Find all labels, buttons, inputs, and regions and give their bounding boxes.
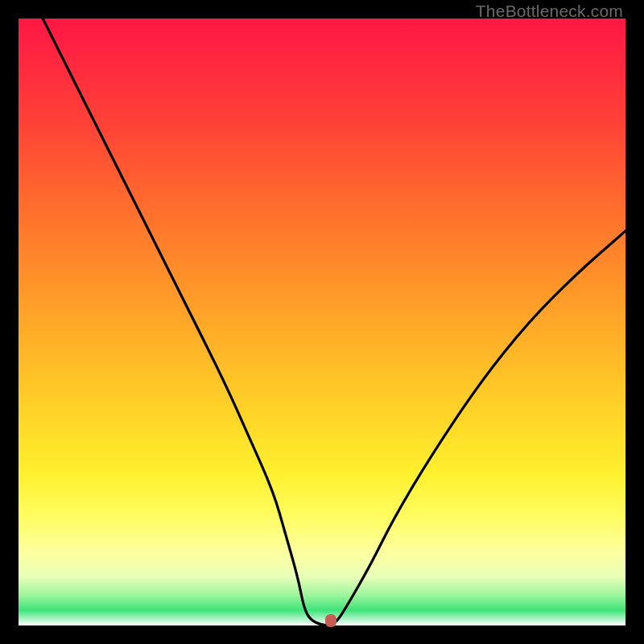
bottleneck-curve: [19, 19, 625, 625]
optimum-marker: [325, 614, 336, 627]
watermark-text: TheBottleneck.com: [476, 2, 623, 21]
chart-frame: TheBottleneck.com: [0, 0, 644, 644]
plot-area: [19, 19, 625, 625]
